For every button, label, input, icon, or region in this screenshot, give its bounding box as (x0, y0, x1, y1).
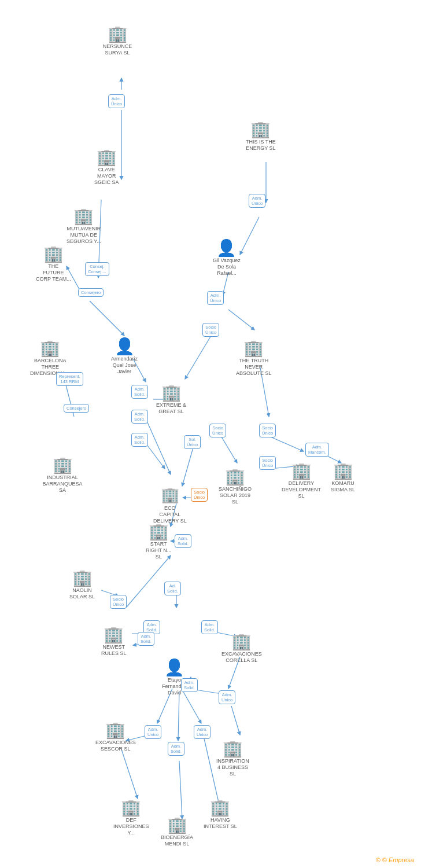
building-icon: 🏢 (73, 208, 94, 225)
badge-socio-unico-15: SocioÚnico (259, 456, 276, 470)
node-label: ArmendarizQuel JoseJavier (111, 356, 138, 374)
node-label: ECOCAPITALDELIVERY SL (153, 505, 187, 524)
building-icon: 🏢 (43, 246, 64, 262)
svg-line-12 (147, 422, 171, 475)
building-icon: 🏢 (53, 457, 73, 473)
node-komaru: 🏢 KOMARUSIGMA SL (331, 463, 355, 493)
node-label: THIS IS THEENERGY SL (246, 139, 276, 152)
node-label: HAVINGINTEREST SL (204, 817, 237, 830)
node-mutuavenir: 🏢 MUTUAVENIRMUTUA DESEGUROS Y... (67, 208, 101, 244)
building-icon: 🏢 (108, 26, 128, 42)
node-having-interest: 🏢 HAVINGINTEREST SL (204, 800, 237, 830)
svg-line-39 (179, 761, 182, 819)
node-label: MUTUAVENIRMUTUA DESEGUROS Y... (67, 226, 101, 244)
node-label: EXCAVACIONESSESCOR SL (95, 740, 136, 752)
building-icon: 🏢 (250, 122, 271, 138)
svg-line-22 (182, 446, 194, 486)
node-industrial: 🏢 INDUSTRIALBARRANQUESA SA (39, 457, 86, 493)
node-label: NAOLINSOLAR SL (69, 587, 95, 600)
building-icon: 🏢 (97, 149, 117, 165)
badge-adm-solid-11: Adm.Solid. (131, 433, 148, 447)
node-sanchiñigo: 🏢 SANCHIÑIGOSOLAR 2019SL (219, 469, 252, 505)
badge-adm-solid-21: Adm.Solid. (138, 632, 154, 646)
badge-adm-unico-1: Adm.Único (108, 94, 125, 108)
svg-line-9 (185, 336, 211, 379)
building-icon: 🏢 (72, 570, 93, 586)
node-label: INDUSTRIALBARRANQUESA SA (39, 475, 86, 493)
badge-adm-solid-25: Adm.Solid. (168, 742, 184, 756)
node-label: THE TRUTHNEVERABSOLUTE SL (236, 358, 272, 376)
node-nersunce: 🏢 NERSUNCE SURYA SL (94, 26, 141, 56)
node-label: DELIVERYDEVELOPMENTSL (282, 480, 321, 499)
building-icon: 🏢 (104, 627, 124, 643)
badge-socio-unico-8: SocioÚnico (202, 323, 219, 337)
badge-adm-unico-26: Adm.Unico (194, 725, 211, 739)
badge-adm-unico-2: Adm.Único (249, 194, 265, 208)
node-label: SANCHIÑIGOSOLAR 2019SL (219, 486, 252, 505)
building-icon: 🏢 (231, 634, 252, 650)
badge-consejero-2: Consejero (64, 404, 89, 413)
node-label: EXTREME &GREAT SL (156, 402, 186, 415)
building-icon: 🏢 (225, 469, 245, 485)
node-label: STARTRIGHT N...SL (146, 541, 171, 560)
svg-line-3 (90, 301, 124, 336)
node-label: NERSUNCE SURYA SL (94, 43, 141, 56)
node-clave-mayor: 🏢 CLAVEMAYORSGEIC SA (94, 149, 119, 185)
badge-socio-unico-14: SocioÚnico (259, 424, 276, 437)
badge-adm-unico-7: Adm.Único (207, 291, 224, 305)
svg-line-26 (126, 556, 171, 608)
building-icon: 🏢 (291, 463, 312, 479)
svg-line-13 (147, 446, 165, 469)
node-excavaciones-sescor: 🏢 EXCAVACIONESSESCOR SL (95, 722, 136, 752)
svg-line-32 (231, 706, 240, 735)
svg-line-21 (220, 434, 237, 463)
node-extreme-great: 🏢 EXTREME &GREAT SL (156, 385, 186, 415)
person-icon: 👤 (216, 240, 237, 256)
badge-adm-unico-24: Adm.Unico (145, 725, 161, 739)
node-label: CLAVEMAYORSGEIC SA (94, 167, 119, 185)
node-def-inversiones: 🏢 DEFINVERSIONESY... (113, 800, 149, 836)
badge-socio-unico-17: SocioÚnico (110, 595, 127, 609)
badge-adm-solid-9: Adm.Solid. (131, 385, 148, 399)
person-icon: 👤 (115, 339, 135, 355)
node-newest-rules: 🏢 NEWESTRULES SL (101, 627, 127, 657)
badge-adm-unico-23: Adm.Unico (219, 690, 235, 704)
building-icon: 🏢 (161, 385, 182, 401)
node-barcelona-3d: 🏢 BARCELONATHREEDIMENSIONAL... (30, 340, 71, 376)
node-gil-vazquez: 👤 Gil VazquezDe SolaRafael... (213, 240, 241, 276)
badge-represent: Represent.143 RRM (56, 372, 83, 386)
node-this-is-energy: 🏢 THIS IS THEENERGY SL (246, 122, 276, 152)
building-icon-eco: 🏢 (161, 486, 179, 504)
badge-adm-solid-10: Adm.Solid. (131, 410, 148, 424)
node-label: EXCAVACIONESCORELLA SL (221, 651, 262, 664)
building-icon: 🏢 (223, 741, 243, 757)
node-label: Gil VazquezDe SolaRafael... (213, 258, 241, 276)
badge-consejero-1: Consejero (78, 288, 104, 297)
badge-ad-solid-20: Ad.Solid. (164, 582, 181, 595)
badge-adm-solid-28: Adm.Solid. (181, 678, 198, 692)
svg-line-6 (240, 217, 259, 255)
badge-sol-unico-13: Sol.Único (184, 435, 201, 449)
node-label: INSPIRATION4 BUSINESSSL (216, 758, 249, 777)
badge-adm-mancom: Adm.Mancom. (305, 443, 329, 457)
svg-line-17 (271, 437, 304, 451)
building-icon: 🏢 (40, 340, 60, 356)
building-icon: 🏢 (121, 800, 141, 816)
building-icon: 🏢 (105, 722, 125, 738)
node-label: KOMARUSIGMA SL (331, 480, 355, 493)
node-naolin-solar: 🏢 NAOLINSOLAR SL (69, 570, 95, 600)
badge-socio-unico-12: SocioÚnico (209, 424, 226, 437)
building-icon: 🏢 (149, 524, 169, 540)
building-icon: 🏢 (167, 817, 187, 833)
node-label: DEFINVERSIONESY... (113, 817, 149, 836)
svg-line-38 (121, 749, 138, 799)
node-label: BIOENERGÍAMENDI SL (161, 834, 193, 847)
node-label: THEFUTURECORP TEAM... (36, 263, 71, 282)
building-icon: 🏢 (333, 463, 353, 479)
person-icon: 👤 (164, 660, 184, 676)
watermark: © © Empresa (376, 856, 414, 863)
node-bioenergy-mendi: 🏢 BIOENERGÍAMENDI SL (161, 817, 193, 847)
building-icon: 🏢 (243, 340, 264, 356)
svg-line-35 (178, 692, 179, 741)
node-start-right: 🏢 STARTRIGHT N...SL (146, 524, 171, 560)
